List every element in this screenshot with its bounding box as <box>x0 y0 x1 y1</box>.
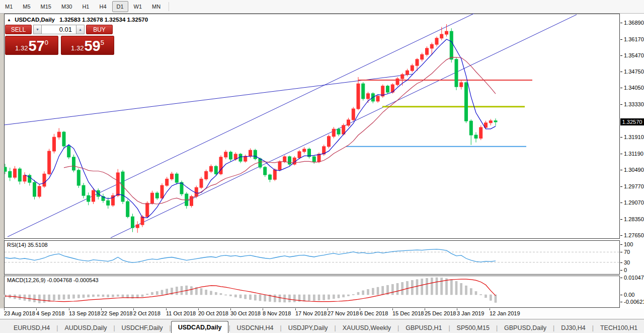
macd-histogram-bar <box>391 284 393 295</box>
axis-tick <box>620 203 622 203</box>
date-label: 12 Jan 2019 <box>490 310 520 316</box>
tab-eurusd-h4[interactable]: EURUSD,H4 <box>7 322 56 333</box>
tab-tech100-h1[interactable]: TECH100,H1 <box>594 322 644 333</box>
volume-increase-button[interactable]: ▴ <box>76 25 85 34</box>
price-axis-label: 1.36170 <box>624 36 644 42</box>
tab-usdcad-daily[interactable]: USDCAD,Daily <box>171 321 229 333</box>
axis-tick <box>620 244 622 245</box>
rsi-indicator-chart[interactable] <box>4 240 620 275</box>
tab-usdcnh-h4[interactable]: USDCNH,H4 <box>230 322 280 333</box>
date-label: 22 Sep 2018 <box>101 310 132 316</box>
bull-candle <box>136 225 139 228</box>
bull-candle <box>435 38 438 44</box>
macd-histogram-bar <box>490 295 492 300</box>
bull-candle <box>357 84 360 109</box>
date-label: 8 Nov 2018 <box>263 310 291 316</box>
volume-decrease-button[interactable]: ▾ <box>33 25 42 34</box>
macd-histogram-bar <box>431 278 433 295</box>
price-axis-label: 1.36890 <box>624 20 644 26</box>
timeframe-button-m30[interactable]: M30 <box>57 1 76 12</box>
bull-candle <box>479 127 482 138</box>
timeframe-button-d1[interactable]: D1 <box>112 1 128 12</box>
bull-candle <box>53 137 56 151</box>
sell-button[interactable]: SELL <box>5 25 32 34</box>
macd-histogram-bar <box>274 295 276 302</box>
macd-histogram-bar <box>470 289 472 295</box>
price-axis-label: 1.29070 <box>624 199 644 206</box>
price-axis-label: 1.31190 <box>624 151 643 157</box>
date-label: 15 Dec 2018 <box>392 310 424 316</box>
bull-candle <box>171 174 174 179</box>
macd-histogram-bar <box>480 294 482 295</box>
date-label: 25 Dec 2018 <box>425 310 456 316</box>
macd-histogram-bar <box>88 295 90 297</box>
toolbar-separator <box>169 2 169 11</box>
macd-histogram-bar <box>122 295 124 297</box>
macd-histogram-bar <box>230 295 232 296</box>
mt4-window: M1M5M15M30H1H4D1W1MN ▲ USDCAD,Daily 1.32… <box>0 0 644 333</box>
date-label: 6 Dec 2018 <box>360 310 388 316</box>
axis-tick <box>620 235 622 236</box>
macd-histogram-bar <box>455 281 457 295</box>
bull-candle <box>141 217 144 225</box>
date-label: 3 Jan 2019 <box>457 310 484 316</box>
bull-candle <box>244 156 247 161</box>
macd-histogram-bar <box>407 281 409 295</box>
tab-audusd-daily[interactable]: AUDUSD,Daily <box>58 322 113 333</box>
timeframe-button-mn[interactable]: MN <box>147 1 165 12</box>
price-axis-label: 1.33330 <box>624 101 644 107</box>
tab-gbpusd-h1[interactable]: GBPUSD,H1 <box>399 322 448 333</box>
date-label: 27 Nov 2018 <box>328 310 359 316</box>
buy-price-panel[interactable]: 1.32 59 5 <box>61 36 114 55</box>
macd-histogram-bar <box>117 295 119 296</box>
timeframe-button-h1[interactable]: H1 <box>77 1 94 12</box>
price-axis-label: 1.35470 <box>624 52 644 58</box>
tab-sp500-m15[interactable]: SP500,M15 <box>450 322 496 333</box>
macd-histogram-bar <box>73 295 75 298</box>
bull-candle <box>14 169 17 177</box>
tab-gbpusd-daily[interactable]: GBPUSD,Daily <box>498 322 553 333</box>
macd-histogram-bar <box>24 295 26 300</box>
volume-input[interactable]: 0.01 <box>42 25 76 34</box>
tab-dj30-h4[interactable]: DJ30,H4 <box>554 322 592 333</box>
bear-candle <box>67 146 70 157</box>
bull-candle <box>219 157 222 174</box>
tab-usdchf-daily[interactable]: USDCHF,Daily <box>115 322 170 333</box>
price-axis-label: 1.29770 <box>624 183 644 189</box>
macd-histogram-bar <box>200 289 202 295</box>
timeframe-button-h4[interactable]: H4 <box>95 1 111 12</box>
timeframe-button-w1[interactable]: W1 <box>129 1 147 12</box>
timeframe-button-m15[interactable]: M15 <box>36 1 56 12</box>
sell-price-panel[interactable]: 1.32 57 0 <box>5 36 58 55</box>
macd-histogram-bar <box>151 292 153 295</box>
buy-button[interactable]: BUY <box>86 25 113 34</box>
chart-ohlc-values: 1.32583 1.32678 1.32534 1.32570 <box>59 17 148 23</box>
timeframe-button-m1[interactable]: M1 <box>1 1 17 12</box>
macd-histogram-bar <box>289 295 291 302</box>
macd-histogram-bar <box>362 291 364 295</box>
bull-candle <box>347 120 350 125</box>
macd-histogram-bar <box>333 295 335 299</box>
macd-histogram-bar <box>426 278 428 295</box>
date-label: 2 Oct 2018 <box>133 310 160 316</box>
macd-histogram-bar <box>176 287 178 295</box>
macd-histogram-bar <box>254 295 256 300</box>
bull-candle <box>160 185 164 198</box>
bear-candle <box>450 31 453 59</box>
buy-price-prefix: 1.32 <box>71 44 84 52</box>
macd-histogram-bar <box>156 292 158 295</box>
tab-usdjpy-daily[interactable]: USDJPY,Daily <box>282 322 335 333</box>
bull-candle <box>205 171 208 179</box>
macd-histogram-bar <box>303 295 305 301</box>
collapse-arrow-icon[interactable]: ▲ <box>7 18 11 22</box>
bull-candle <box>489 121 492 123</box>
macd-histogram-bar <box>34 295 36 302</box>
macd-histogram-bar <box>259 295 261 301</box>
timeframe-button-m5[interactable]: M5 <box>18 1 35 12</box>
axis-tick <box>620 278 622 278</box>
bull-candle <box>430 44 433 48</box>
bull-candle <box>411 65 414 71</box>
tab-xauusd-weekly[interactable]: XAUUSD,Weekly <box>336 322 397 333</box>
sell-price-main: 57 <box>28 39 44 53</box>
bull-candle <box>48 151 51 174</box>
